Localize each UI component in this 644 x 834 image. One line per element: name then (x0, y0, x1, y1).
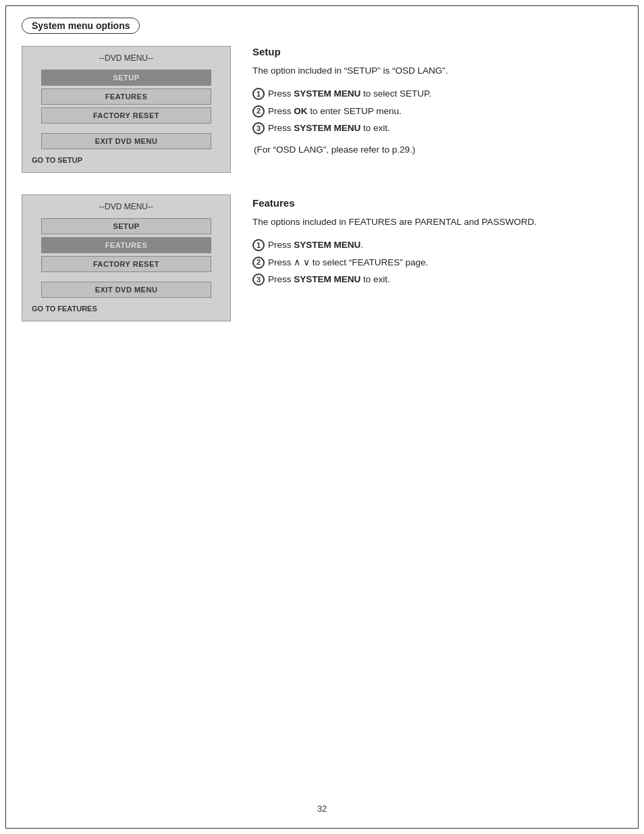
setup-note: (For “OSD LANG”, please refer to p.29.) (254, 145, 622, 155)
features-step-2-text: Press ∧ ∨ to select “FEATURES” page. (268, 256, 622, 269)
features-description: The options included in FEATURES are PAR… (252, 215, 622, 229)
dvd-menu-setup-items: SETUP FEATURES FACTORY RESET (30, 70, 222, 124)
setup-step-2: 2 Press OK to enter SETUP menu. (252, 105, 622, 118)
features-step-3: 3 Press SYSTEM MENU to exit. (252, 273, 622, 286)
features-row: --DVD MENU-- SETUP FEATURES FACTORY RESE… (22, 194, 622, 321)
setup-description: The option included in “SETUP” is “OSD L… (252, 64, 622, 78)
page-number: 32 (317, 804, 327, 814)
dvd-goto-features: GO TO FEATURES (30, 305, 222, 313)
features-step-1: 1 Press SYSTEM MENU. (252, 238, 622, 252)
features-menu-item-features: FEATURES (41, 237, 211, 253)
menu-item-setup: SETUP (41, 70, 211, 86)
setup-instructions: Setup The option included in “SETUP” is … (252, 46, 622, 173)
features-step-3-bold: SYSTEM MENU (294, 274, 360, 284)
features-step-1-text: Press SYSTEM MENU. (268, 238, 622, 252)
features-step-2: 2 Press ∧ ∨ to select “FEATURES” page. (252, 256, 622, 269)
setup-step-1-bold: SYSTEM MENU (294, 88, 360, 99)
setup-heading: Setup (252, 46, 622, 57)
dvd-exit-setup: EXIT DVD MENU (41, 133, 211, 149)
menu-item-features: FEATURES (41, 88, 211, 105)
menu-item-factory-reset: FACTORY RESET (41, 107, 211, 124)
step-num-3: 3 (252, 122, 265, 134)
features-step-num-1: 1 (252, 239, 265, 251)
dvd-goto-setup: GO TO SETUP (30, 156, 222, 164)
dvd-exit-features: EXIT DVD MENU (41, 282, 211, 298)
setup-step-3-bold: SYSTEM MENU (294, 123, 360, 133)
setup-step-3-text: Press SYSTEM MENU to exit. (268, 122, 622, 135)
dvd-menu-features-items: SETUP FEATURES FACTORY RESET (30, 218, 222, 272)
dvd-menu-setup-title: --DVD MENU-- (30, 53, 222, 63)
step-num-2: 2 (252, 105, 265, 118)
dvd-menu-features: --DVD MENU-- SETUP FEATURES FACTORY RESE… (22, 194, 231, 321)
features-menu-item-factory-reset: FACTORY RESET (41, 256, 211, 272)
setup-step-3: 3 Press SYSTEM MENU to exit. (252, 122, 622, 135)
setup-step-1: 1 Press SYSTEM MENU to select SETUP. (252, 87, 622, 101)
features-menu-mockup: --DVD MENU-- SETUP FEATURES FACTORY RESE… (22, 194, 231, 321)
section-tag: System menu options (22, 18, 140, 34)
page-content: System menu options --DVD MENU-- SETUP F… (5, 5, 639, 829)
features-heading: Features (252, 197, 622, 209)
setup-menu-mockup: --DVD MENU-- SETUP FEATURES FACTORY RESE… (22, 46, 231, 173)
dvd-menu-setup: --DVD MENU-- SETUP FEATURES FACTORY RESE… (22, 46, 231, 173)
features-menu-item-setup: SETUP (41, 218, 211, 234)
features-step-3-text: Press SYSTEM MENU to exit. (268, 273, 622, 286)
features-step-num-2: 2 (252, 257, 265, 269)
setup-row: --DVD MENU-- SETUP FEATURES FACTORY RESE… (22, 46, 622, 173)
dvd-menu-features-title: --DVD MENU-- (30, 202, 222, 211)
features-step-num-3: 3 (252, 273, 265, 286)
setup-step-2-text: Press OK to enter SETUP menu. (268, 105, 622, 118)
setup-steps: 1 Press SYSTEM MENU to select SETUP. 2 P… (252, 87, 622, 135)
features-instructions: Features The options included in FEATURE… (252, 194, 622, 321)
step-num-1: 1 (252, 88, 265, 100)
features-steps: 1 Press SYSTEM MENU. 2 Press ∧ ∨ to sele… (252, 238, 622, 286)
setup-step-2-bold: OK (294, 106, 307, 116)
features-step-1-bold: SYSTEM MENU (294, 240, 360, 250)
setup-step-1-text: Press SYSTEM MENU to select SETUP. (268, 87, 622, 101)
